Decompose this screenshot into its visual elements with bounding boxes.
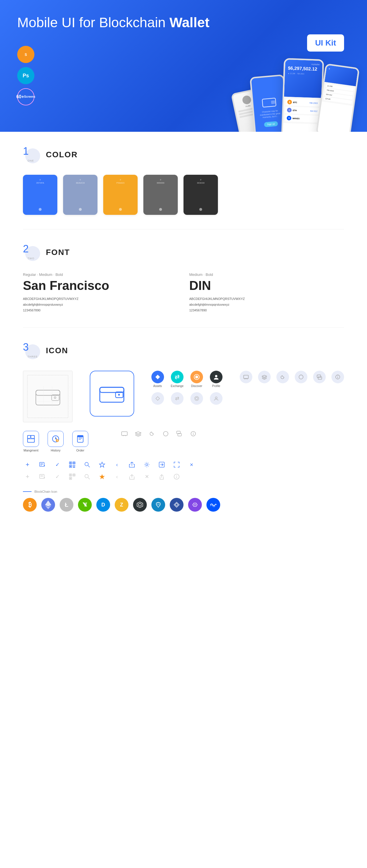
svg-marker-86 — [100, 474, 105, 479]
plus-gray-icon: + — [23, 472, 32, 481]
management-label: Mangment — [24, 448, 38, 452]
icon-section-num: 3 THREE — [23, 342, 40, 359]
layers-icon — [258, 371, 271, 383]
crypto-icons-row: ₿ Ł D Z — [23, 498, 344, 512]
color-swatches: #3574FA #8DA0C8 #F5A623 #666666 #303030 — [23, 175, 344, 215]
plus-icon: + — [23, 460, 32, 469]
color-section-num: 1 ONE — [23, 146, 40, 163]
scan-icon — [172, 460, 181, 469]
settings-icon — [142, 460, 151, 469]
misc-icons-group — [240, 371, 344, 383]
ardor-icon — [170, 498, 184, 512]
font-grid: Regular · Medium · Bold San Francisco AB… — [23, 273, 344, 313]
app-icon-management: Mangment — [23, 431, 39, 452]
svg-marker-93 — [175, 503, 178, 506]
font-section-num: 2 TWO — [23, 244, 40, 261]
svg-rect-34 — [31, 435, 34, 438]
ethereum-icon — [41, 498, 55, 512]
discover-icon — [190, 371, 203, 383]
svg-rect-66 — [74, 465, 75, 466]
blockchain-label: BlockChain Icon — [34, 490, 57, 493]
svg-rect-5 — [36, 390, 60, 405]
waves-icon — [206, 498, 220, 512]
svg-rect-65 — [73, 465, 74, 466]
font-block-din: Medium · Bold DIN ABCDEFGHIJKLMNOPQRSTUV… — [189, 273, 344, 313]
qr-icon — [68, 460, 77, 469]
chat-icon — [313, 371, 326, 383]
svg-point-47 — [163, 431, 168, 436]
order-label: Order — [76, 448, 84, 452]
misc-icons-col-1 — [120, 431, 198, 438]
icon-section: 3 THREE ICON — [23, 328, 344, 526]
list-add-gray-icon — [38, 472, 47, 481]
color-swatch-orange: #F5A623 — [103, 175, 138, 215]
phone-mockups: Profile Character may be manifested in t… — [229, 62, 358, 132]
nav-icon-profile: Profile — [210, 371, 223, 388]
font-sf-chars: ABCDEFGHIJKLMNOPQRSTUVWXYZ abcdefghijklm… — [23, 296, 178, 313]
check-icon: ✓ — [53, 460, 62, 469]
wallet-wireframe-icon — [35, 386, 61, 407]
svg-rect-27 — [317, 375, 321, 378]
info-icon — [332, 371, 344, 383]
svg-line-69 — [88, 466, 90, 467]
svg-marker-17 — [156, 375, 160, 379]
list-add-icon — [38, 460, 47, 469]
blockchain-line — [23, 491, 32, 492]
profile-icon-outline — [210, 392, 223, 405]
chat-small-icon — [175, 431, 184, 438]
icon-section-header: 3 THREE ICON — [23, 342, 344, 359]
star-filled-icon — [97, 472, 107, 481]
nav-icons-group: Assets Exchange Discover — [151, 371, 223, 405]
exchange-icon — [171, 371, 184, 383]
export-icon — [157, 460, 166, 469]
moon-small-icon — [147, 431, 157, 438]
icon-title: ICON — [46, 346, 68, 355]
search-icon — [83, 460, 92, 469]
grid-icon — [133, 498, 147, 512]
hero-section: Mobile UI for Blockchain Wallet UI Kit S… — [0, 0, 367, 132]
app-icon-order: Order — [72, 431, 88, 452]
svg-rect-67 — [73, 467, 75, 467]
polygon-icon — [188, 498, 202, 512]
svg-rect-62 — [74, 462, 75, 464]
dash-icon: D — [96, 498, 110, 512]
sketch-badge: S — [17, 46, 34, 63]
font-din-chars: ABCDEFGHIJKLMNOPQRSTUVWXYZ abcdefghijklm… — [189, 296, 344, 313]
profile-icon — [210, 371, 223, 383]
font-din-name: DIN — [189, 278, 344, 293]
wallet-filled-icon — [99, 383, 125, 404]
svg-point-84 — [85, 474, 88, 478]
dot-small-icon — [161, 431, 170, 438]
svg-rect-25 — [244, 375, 248, 379]
svg-line-85 — [88, 477, 90, 479]
info-circle-gray-icon — [172, 472, 181, 481]
qr-gray-icon — [68, 472, 77, 481]
svg-point-26 — [299, 375, 303, 379]
svg-point-89 — [176, 475, 177, 476]
nav-icons-row-2 — [151, 392, 223, 405]
svg-rect-35 — [28, 439, 34, 442]
moon-icon — [276, 371, 289, 383]
ps-badge: Ps — [17, 67, 34, 84]
color-swatch-blue: #3574FA — [23, 175, 57, 215]
svg-rect-83 — [70, 478, 71, 479]
message-icon — [240, 371, 252, 383]
svg-marker-21 — [156, 397, 160, 401]
icon-wireframe — [23, 371, 73, 422]
color-swatch-slate: #8DA0C8 — [63, 175, 97, 215]
nav-icon-exchange: Exchange — [171, 371, 184, 388]
svg-point-18 — [195, 376, 198, 378]
svg-point-16 — [118, 394, 120, 396]
screens-badge: 60+ Screens — [17, 88, 34, 105]
neo-icon — [78, 498, 92, 512]
font-section: 2 TWO FONT Regular · Medium · Bold San F… — [23, 229, 344, 328]
svg-marker-90 — [137, 502, 143, 507]
svg-point-24 — [215, 397, 217, 399]
svg-rect-79 — [70, 474, 71, 475]
svg-point-52 — [193, 433, 194, 433]
svg-rect-28 — [318, 377, 322, 379]
forward-gray-icon — [157, 472, 166, 481]
ps-label: Ps — [23, 73, 29, 79]
ui-kit-badge: UI Kit — [307, 34, 344, 52]
message-small-icon — [120, 431, 129, 438]
